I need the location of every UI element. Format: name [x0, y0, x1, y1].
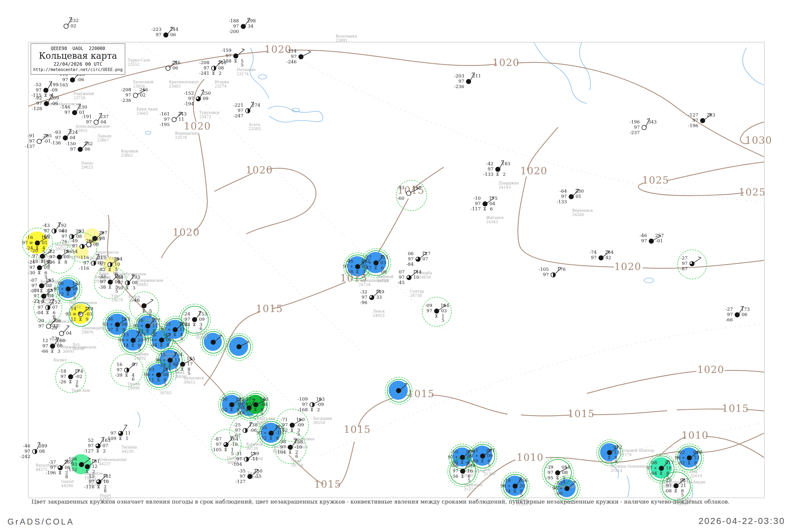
station-circle-icon [66, 286, 71, 291]
station-temperature: -93 [54, 130, 61, 135]
station-circle-icon [159, 338, 164, 343]
station-pressure-tendency: -06 [77, 77, 84, 82]
station-wmo-id: 23867 [97, 138, 109, 142]
blowing-snow-icon: ⋈ [37, 270, 41, 275]
station-pressure-tendency: -06 [249, 428, 257, 433]
station-dewpoint: -96 [360, 300, 367, 305]
station-dewpoint: -127 [235, 479, 246, 484]
station-cloud-code: 8 [64, 260, 67, 264]
station-pressure-tendency: 10 [413, 275, 419, 280]
station-humidity: 97 [100, 262, 106, 267]
station-pressure-tendency: 09 [199, 317, 205, 322]
station-temperature: -27 [150, 332, 157, 337]
station-pressure: 289 [39, 444, 47, 448]
station-dewpoint: -66 [41, 349, 48, 354]
blowing-snow-icon: ⋈ [39, 288, 44, 293]
station-cloud-code-2: 5 [138, 347, 141, 352]
station-dewpoint: -42 [164, 332, 171, 337]
station-circle-icon [180, 362, 185, 367]
station-temperature: -27 [680, 256, 688, 261]
station-cloud-code-2: 4 [563, 480, 566, 484]
station-cloud-code: 2 [503, 172, 506, 177]
station-humidity: 97 [226, 54, 231, 58]
station-circle-icon [416, 257, 421, 262]
station-name: Erdenemandal [99, 457, 127, 462]
station-name-label: Волочанка23891 [336, 34, 357, 42]
station-name: Gaiuut [61, 479, 74, 484]
station-wmo-id: 31371 [464, 487, 476, 492]
blowing-snow-icon: ⋈ [229, 407, 234, 412]
station-humidity: 97 [49, 254, 55, 259]
station-temperature: -37 [49, 460, 56, 464]
station-wmo-id: 23174 [237, 72, 249, 76]
station-wmo-id: 30758 [291, 463, 303, 468]
station-temperature: -37 [244, 397, 251, 401]
station-dewpoint: -105 [211, 448, 222, 452]
station-humidity: 93 [71, 462, 77, 467]
station-humidity: 97 [61, 234, 67, 239]
station-cloud-code-2: 5 [488, 463, 491, 467]
label-wmo-id: 23891 [336, 38, 357, 42]
station-humidity: 97 [561, 194, 567, 199]
blowing-snow-icon: ⋈ [192, 322, 196, 327]
station-temperature: 19 [38, 300, 43, 304]
station-humidity: 93 ≡ [65, 312, 76, 316]
station-circle-icon [156, 373, 161, 377]
station-name: Красноселькуп [169, 80, 199, 84]
station-wmo-id: 31914 [610, 469, 623, 473]
station-humidity: 97 [543, 272, 549, 277]
station-humidity: 97 [38, 324, 44, 328]
station-temperature: -221 [233, 103, 243, 108]
station-name: Туруханск [199, 110, 220, 115]
station-dewpoint: -133 [557, 200, 567, 204]
station-dewpoint: -37 [106, 327, 113, 332]
station-pressure-tendency: 05 [64, 254, 70, 259]
station-temperature: -06 [451, 463, 458, 468]
station-temperature: -40 [116, 275, 123, 280]
blowing-snow-icon: ⋈ [211, 71, 216, 76]
station-humidity: 97 [125, 93, 131, 97]
station-humidity: 97 [60, 374, 66, 379]
station-dewpoint: -30 [28, 270, 35, 275]
station-circle-icon [689, 261, 695, 266]
blowing-snow-icon: ⋈ [57, 260, 61, 264]
blowing-snow-icon: ⋈ [68, 379, 73, 384]
blowing-snow-icon: ⋈ [96, 484, 101, 489]
station-temperature: -91 [28, 134, 35, 138]
station-temperature: -01 [471, 448, 478, 453]
station-temperature: -196 [630, 120, 640, 124]
station-circle-icon [133, 93, 138, 98]
station-circle-icon [85, 464, 90, 469]
station-circle-icon [79, 462, 84, 467]
station-pressure-tendency: 07 [102, 443, 108, 448]
station-cloud-code: 2 [103, 449, 106, 453]
blowing-snow-icon: ⋈ [78, 317, 83, 322]
station-name: Дзарджан [499, 181, 519, 185]
station-temperature: -03 [147, 367, 154, 372]
station-humidity: 97 [475, 201, 481, 206]
station-wmo-id: 31300 [483, 472, 496, 476]
station-wmo-id: 24639 [419, 275, 431, 280]
station-dewpoint: -44 [150, 343, 157, 347]
station-dewpoint: -236 [454, 84, 464, 89]
blowing-snow-icon: ⋈ [118, 436, 122, 441]
station-name: Напас [81, 161, 93, 166]
isobar-label: 1015 [407, 388, 435, 400]
station-temperature: -68 [60, 229, 67, 233]
blowing-snow-icon: ⋈ [66, 291, 70, 296]
station-temperature: -02 [678, 450, 685, 455]
station-name: Жиганск [486, 215, 504, 220]
station-pressure-tendency: 13 [694, 455, 700, 460]
station-dewpoint: -237 [630, 130, 640, 135]
station-pressure-tendency: 13 [614, 450, 620, 455]
station-temperature: -27 [726, 307, 733, 311]
station-dewpoint: -38 [99, 285, 106, 289]
station-name: Агата [249, 122, 260, 127]
station-temperature: -191 [82, 114, 92, 119]
station-circle-icon [434, 308, 439, 314]
station-dewpoint: -247 [233, 114, 243, 118]
station-circle-icon [229, 402, 234, 407]
station-circle-icon [115, 322, 120, 327]
station-name: Балаганск [184, 376, 204, 380]
station-temperature: 16 [116, 362, 122, 367]
